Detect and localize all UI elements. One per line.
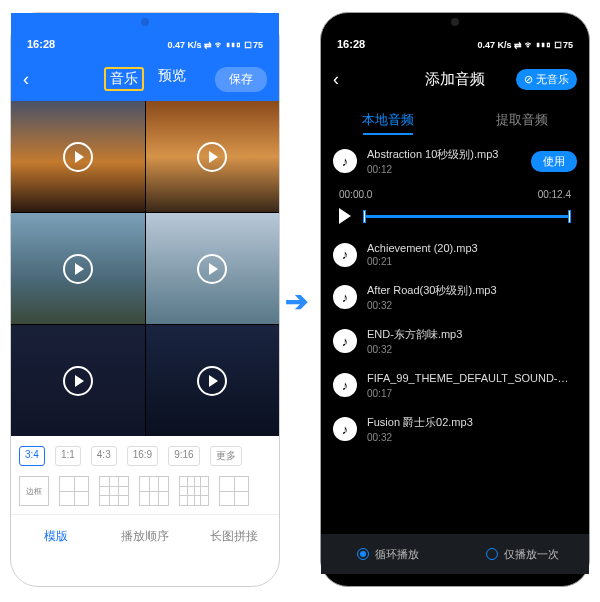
tab-extract-audio[interactable]: 提取音频 — [455, 111, 589, 129]
ratio-option[interactable]: 1:1 — [55, 446, 81, 466]
seek-bar[interactable] — [363, 215, 571, 218]
page-title: 添加音频 — [425, 70, 485, 89]
video-thumb[interactable] — [146, 101, 280, 212]
play-button[interactable] — [339, 208, 351, 224]
no-music-button[interactable]: ⊘无音乐 — [516, 69, 577, 90]
back-button[interactable]: ‹ — [333, 69, 339, 90]
video-thumb[interactable] — [146, 213, 280, 324]
layout-option[interactable] — [179, 476, 209, 506]
radio-icon — [486, 548, 498, 560]
ratio-option[interactable]: 9:16 — [168, 446, 199, 466]
track-list[interactable]: ♪Achievement (20).mp300:21♪After Road(30… — [321, 234, 589, 444]
once-option[interactable]: 仅播放一次 — [455, 547, 589, 562]
music-note-icon: ♪ — [333, 373, 357, 397]
radio-icon — [357, 548, 369, 560]
tab-local-audio[interactable]: 本地音频 — [321, 111, 455, 129]
music-note-icon: ♪ — [333, 149, 357, 173]
ratio-option[interactable]: 4:3 — [91, 446, 117, 466]
play-icon — [197, 142, 227, 172]
track-row[interactable]: ♪After Road(30秒级别).mp300:32 — [321, 275, 589, 319]
play-icon — [63, 142, 93, 172]
play-icon — [63, 366, 93, 396]
selected-track[interactable]: ♪ Abstraction 10秒级别).mp300:12 使用 — [321, 139, 589, 183]
track-row[interactable]: ♪Fusion 爵士乐02.mp300:32 — [321, 407, 589, 444]
ratio-option[interactable]: 3:4 — [19, 446, 45, 466]
trim-handle-end[interactable] — [568, 210, 571, 223]
music-note-icon: ♪ — [333, 417, 357, 441]
music-note-icon: ♪ — [333, 243, 357, 267]
ratio-option[interactable]: 更多 — [210, 446, 242, 466]
save-button[interactable]: 保存 — [215, 67, 267, 92]
ratio-option[interactable]: 16:9 — [127, 446, 158, 466]
layout-option[interactable] — [99, 476, 129, 506]
trim-handle-start[interactable] — [363, 210, 366, 223]
track-row[interactable]: ♪END-东方韵味.mp300:32 — [321, 319, 589, 363]
layout-row: 边框 — [11, 472, 279, 514]
back-button[interactable]: ‹ — [23, 69, 29, 90]
tab-long-stitch[interactable]: 长图拼接 — [190, 528, 279, 545]
video-grid — [11, 101, 279, 436]
tab-template[interactable]: 模版 — [11, 528, 100, 545]
ban-icon: ⊘ — [524, 73, 533, 86]
audio-player: 00:00.000:12.4 — [321, 183, 589, 234]
play-icon — [197, 366, 227, 396]
arrow-icon: ➔ — [285, 285, 315, 315]
layout-option[interactable] — [219, 476, 249, 506]
track-row[interactable]: ♪FIFA_99_THEME_DEFAULT_SOUND-异域风情.mp300:… — [321, 363, 589, 407]
video-thumb[interactable] — [11, 325, 145, 436]
aspect-ratio-row: 3:4 1:1 4:3 16:9 9:16 更多 — [11, 436, 279, 472]
video-thumb[interactable] — [11, 101, 145, 212]
bottom-tabs: 模版 播放顺序 长图拼接 — [11, 514, 279, 557]
music-note-icon: ♪ — [333, 285, 357, 309]
header: ‹ 添加音频 ⊘无音乐 — [321, 57, 589, 101]
layout-option[interactable] — [139, 476, 169, 506]
loop-option[interactable]: 循环播放 — [321, 547, 455, 562]
layout-border[interactable]: 边框 — [19, 476, 49, 506]
playback-options: 循环播放 仅播放一次 — [321, 534, 589, 574]
tab-play-order[interactable]: 播放顺序 — [100, 528, 189, 545]
audio-source-tabs: 本地音频 提取音频 — [321, 101, 589, 139]
music-note-icon: ♪ — [333, 329, 357, 353]
track-row[interactable]: ♪Achievement (20).mp300:21 — [321, 234, 589, 275]
header: ‹ 音乐 预览 保存 — [11, 57, 279, 101]
tab-preview[interactable]: 预览 — [158, 67, 186, 91]
layout-option[interactable] — [59, 476, 89, 506]
use-button[interactable]: 使用 — [531, 151, 577, 172]
video-thumb[interactable] — [11, 213, 145, 324]
video-thumb[interactable] — [146, 325, 280, 436]
tab-music[interactable]: 音乐 — [104, 67, 144, 91]
play-icon — [197, 254, 227, 284]
play-icon — [63, 254, 93, 284]
